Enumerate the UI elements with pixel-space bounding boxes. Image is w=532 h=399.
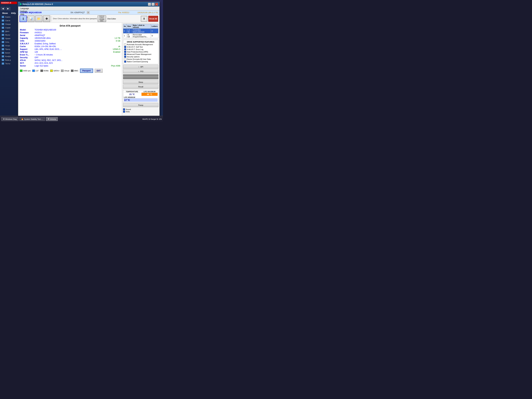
features-panel: DRIVE SUPPORTED FEATURES: Automatic Acou…	[123, 40, 158, 64]
toolbar-folder-btn[interactable]: 📁	[35, 15, 42, 22]
col-note: Note / click to refresh	[132, 24, 151, 29]
sidebar-item-9[interactable]: □Прогр	[1, 48, 17, 51]
pause-button[interactable]: ⏸	[141, 16, 147, 22]
sound-label: Sound	[126, 108, 131, 110]
scroll-down[interactable]	[123, 77, 158, 79]
feature-checkbox-6[interactable]	[124, 58, 126, 60]
menu-bar: MenuServiceActionsLanguageSettingsHelpVi…	[18, 6, 159, 10]
sidebar-label-3: Серве	[5, 27, 10, 29]
sleep-button[interactable]: Sleep	[123, 80, 158, 84]
menu-item-language[interactable]: Language	[19, 7, 36, 10]
disk-editor-btn[interactable]: 0101101100111010000001	[98, 15, 106, 22]
nav-forward[interactable]: ►	[6, 7, 10, 10]
sidebar-item-3[interactable]: □Серве	[1, 26, 17, 29]
device-name[interactable]: TOSHIBA MQ01ABD100	[19, 11, 42, 14]
sidebar-item-8[interactable]: □Устро	[1, 44, 17, 47]
value-10: OFF	[35, 56, 120, 59]
sidebar-label-11: Конфо	[5, 55, 11, 57]
drive-info-row-9: Erase Ti...~ 3 hours 36 minutes	[20, 54, 120, 56]
feature-checkbox-7[interactable]: ✓	[124, 61, 126, 63]
value-6: 8192k; L/A=ON; Wr=ON;	[35, 45, 115, 48]
feature-checkbox-3[interactable]: ✓	[124, 51, 126, 53]
drive-info-table: Model:TOSHIBA MQ01ABD100FirmwareAX001USe…	[20, 29, 120, 67]
label-1: Firmware	[20, 32, 35, 34]
sidebar-item-12[interactable]: □База д	[1, 58, 17, 62]
feature-checkbox-4[interactable]: ✓	[124, 53, 126, 55]
sidebar-item-0[interactable]: □Компн	[1, 15, 17, 19]
sidebar-item-13[interactable]: □Тесты	[1, 62, 17, 65]
label-2: Serial	[20, 34, 35, 37]
drive-info-row-12: SCT:AC2, AC3, AC4, AC5	[20, 62, 120, 64]
sidebar-icon-1: □	[2, 19, 4, 22]
sidebar-item-11[interactable]: □Конфо	[1, 55, 17, 58]
close-button[interactable]: ✕	[155, 3, 158, 6]
hints-checkbox[interactable]: ✓	[123, 111, 125, 113]
feature-checkbox-1[interactable]: ✓	[124, 46, 126, 48]
life-min-value: 17 °C	[124, 98, 158, 102]
features-title: DRIVE SUPPORTED FEATURES:	[124, 41, 157, 43]
sidebar-item-10[interactable]: □Безоп	[1, 51, 17, 54]
feature-checkbox-5[interactable]: ✓	[124, 56, 126, 58]
value-7: LBA, HPA, APM, DLM, DCO, ...	[35, 48, 109, 50]
sidebar-icon-3: □	[2, 26, 4, 29]
label-12: SCT:	[20, 62, 35, 64]
cell-note-0: TOSHIBA MQ01ABD100	[132, 29, 151, 33]
scroll-up[interactable]	[123, 74, 158, 77]
menu-item-service[interactable]: Service	[19, 1, 36, 4]
menu-item-actions[interactable]: Actions	[19, 4, 36, 7]
sound-checkbox[interactable]: ✓	[123, 108, 125, 110]
feature-checkbox-2[interactable]: ✓	[124, 48, 126, 50]
feature-item-0: Automatic Acoustic Management	[124, 44, 157, 45]
life-max-label: LIFE MAXIMUM	[141, 91, 158, 93]
sidebar-icon-8: □	[2, 44, 4, 47]
sidebar-item-5[interactable]: ♪Мульт	[1, 33, 17, 37]
disk-editor-text[interactable]: Disk Editor	[108, 18, 116, 20]
minimize-button[interactable]: —	[148, 3, 151, 6]
feature-item-6: Device Encrypts All User Data	[124, 58, 157, 60]
sidebar-icon-11: □	[2, 55, 4, 57]
badge-sataii: SATA II	[50, 70, 59, 72]
badge-color-virtual	[61, 70, 63, 72]
izbr-label[interactable]: Избр	[10, 11, 17, 15]
feature-checkbox-0[interactable]	[124, 44, 126, 45]
cell-letter-1: D	[151, 33, 158, 38]
toolbar: ℹ 📊 📁 ✚ Drive I Drive selection. Informa…	[18, 15, 159, 23]
drive-row-0[interactable]: 01,0 TBTOSHIBA MQ01ABD100C	[123, 29, 158, 33]
taskbar-windows[interactable]: ⊞ Windows Diag	[1, 117, 19, 121]
menu-label[interactable]: Меню	[1, 11, 9, 15]
taskbar-stability[interactable]: 🔥 System Stability Test -...	[19, 117, 45, 121]
feature-item-5: ✓Security options	[124, 56, 157, 58]
break-all-button[interactable]: Break All	[148, 16, 158, 22]
ext-btn[interactable]: EXT	[95, 69, 103, 73]
sidebar-item-7[interactable]: □Сеть	[1, 40, 17, 44]
taskbar-right: WinPE 10 Sergei St EN	[142, 118, 162, 120]
value-9: ~ 3 hours 36 minutes	[35, 54, 120, 56]
nav-back[interactable]: ◄	[1, 7, 5, 10]
sidebar-label-2: Опера	[5, 23, 11, 25]
sidebar-label-12: База д	[5, 59, 11, 61]
sidebar-item-2[interactable]: □Опера	[1, 23, 17, 26]
recall-button[interactable]: Recall	[123, 85, 158, 89]
sidebar-item-1[interactable]: □Систе	[1, 19, 17, 22]
sidebar-item-6[interactable]: □Хране	[1, 37, 17, 40]
toolbar-info-btn[interactable]: ℹ	[19, 15, 27, 22]
passp-button[interactable]: Passp	[123, 103, 158, 107]
sidebar-label-6: Хране	[5, 38, 10, 39]
sidebar-label-13: Тесты	[5, 63, 10, 64]
label-6: Cache	[20, 45, 35, 48]
drive-row-1[interactable]: 131 GBRemovable KingstonDataTra...D	[123, 33, 158, 38]
taskbar-victoria[interactable]: ✚ Victoria	[46, 117, 57, 121]
toolbar-add-btn[interactable]: ✚	[43, 15, 50, 22]
maximize-button[interactable]: □	[152, 3, 154, 6]
passport-btn[interactable]: Passport	[80, 69, 93, 73]
pio-radio[interactable]: ○ PIO	[123, 70, 158, 73]
drive-info-row-11: ATA-8:SATA2, NCQ, PEC, SCT, SFD...	[20, 59, 120, 61]
sidebar-label-0: Компн	[5, 16, 10, 18]
api-radio[interactable]: ○ API	[123, 65, 158, 69]
features-list: Automatic Acoustic Management✓S.M.A.R.T.…	[124, 44, 157, 63]
device-close[interactable]: ✕	[87, 11, 89, 14]
sidebar-item-4[interactable]: □Дисп	[1, 30, 17, 33]
sidebar-icon-10: □	[2, 52, 4, 54]
hints-label: Hints	[126, 111, 130, 113]
toolbar-stats-btn[interactable]: 📊	[27, 15, 35, 22]
